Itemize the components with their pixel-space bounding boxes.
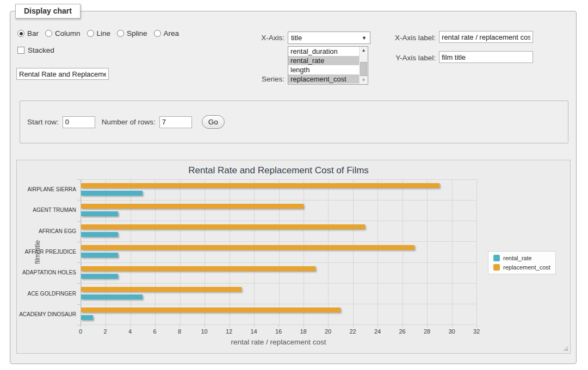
x-axis-tick [278, 325, 279, 327]
y-axis-tick [77, 221, 81, 222]
x-tick-label: 26 [392, 328, 413, 335]
chart-title-input[interactable] [16, 68, 109, 80]
scroll-up-icon[interactable]: ▲ [360, 47, 368, 54]
radio-selected-dot [20, 32, 23, 35]
category-band [81, 262, 476, 283]
series-option-rental_rate[interactable]: rental_rate [288, 56, 359, 65]
x-axis-tick [328, 325, 329, 327]
chart-type-radio-column[interactable]: Column [45, 29, 81, 37]
radio-icon[interactable] [117, 30, 124, 37]
chart-type-radio-bar[interactable]: Bar [17, 29, 39, 37]
x-axis-tick [452, 325, 453, 327]
x-axis-tick [403, 325, 403, 327]
bar-rental_rate[interactable] [81, 294, 143, 299]
go-button[interactable]: Go [202, 115, 225, 129]
category-label: AFRICAN EGG [17, 228, 76, 234]
category-band [81, 304, 476, 324]
bar-rental_rate[interactable] [81, 232, 118, 237]
y-axis-label-input[interactable] [439, 51, 533, 63]
category-label: ACE GOLDFINGER [17, 291, 76, 297]
x-axis-label-label: X-Axis label: [385, 34, 436, 42]
x-axis-tick [180, 325, 180, 327]
number-of-rows-input[interactable] [159, 116, 192, 128]
y-axis-tick [77, 200, 81, 200]
x-axis-tick [155, 325, 156, 327]
y-axis-tick [77, 304, 81, 305]
stacked-checkbox[interactable] [17, 47, 24, 54]
x-axis-select-label: X-Axis: [239, 34, 284, 42]
x-axis-tick [205, 325, 205, 327]
x-tick-label: 10 [194, 328, 215, 335]
legend-swatch-icon [493, 255, 500, 261]
series-label: Series: [239, 75, 284, 83]
chart-x-axis-title: rental rate / replacement cost [81, 338, 476, 346]
series-listbox-options: rental_durationrental_ratelengthreplacem… [288, 47, 359, 84]
bar-replacement_cost[interactable] [81, 224, 365, 229]
bar-replacement_cost[interactable] [81, 308, 341, 312]
x-tick-label: 18 [293, 328, 314, 335]
y-axis-tick [77, 283, 81, 284]
x-axis-select-value: title [291, 34, 302, 42]
legend-label: replacement_cost [503, 264, 550, 271]
series-option-length[interactable]: length [288, 65, 359, 74]
x-tick-label: 12 [218, 328, 240, 335]
bar-replacement_cost[interactable] [81, 183, 440, 188]
radio-icon[interactable] [45, 30, 52, 37]
x-axis-tick [427, 325, 428, 327]
chart-type-radio-group: BarColumnLineSplineArea [17, 29, 179, 37]
radio-icon[interactable] [87, 30, 94, 37]
chart-legend: rental_ratereplacement_cost [488, 251, 556, 274]
stacked-checkbox-row[interactable]: Stacked [17, 46, 54, 54]
scrollbar-thumb[interactable] [360, 62, 367, 76]
start-row-label: Start row: [27, 118, 59, 126]
legend-item-rental_rate[interactable]: rental_rate [493, 255, 550, 261]
radio-icon[interactable] [17, 30, 24, 37]
chart-type-radio-area[interactable]: Area [154, 29, 180, 37]
scroll-down-icon[interactable]: ▼ [360, 77, 368, 84]
bar-rental_rate[interactable] [81, 253, 118, 258]
series-option-replacement_cost[interactable]: replacement_cost [288, 74, 359, 84]
x-tick-label: 20 [317, 328, 339, 335]
chart-type-radio-spline[interactable]: Spline [117, 29, 147, 37]
bar-rental_rate[interactable] [81, 191, 143, 196]
radio-icon[interactable] [154, 30, 161, 37]
legend-item-replacement_cost[interactable]: replacement_cost [493, 264, 550, 271]
legend-label: rental_rate [503, 255, 532, 261]
category-label: AGENT TRUMAN [17, 207, 76, 213]
bar-rental_rate[interactable] [81, 315, 93, 320]
series-option-rental_duration[interactable]: rental_duration [288, 47, 359, 56]
series-listbox-scrollbar[interactable]: ▲ ▼ [359, 47, 368, 84]
bar-replacement_cost[interactable] [81, 245, 414, 250]
category-label: ADAPTATION HOLES [17, 269, 76, 275]
resize-handle-icon[interactable] [562, 345, 568, 351]
panel-title: Display chart [15, 4, 81, 18]
y-axis-tick [77, 262, 81, 263]
x-tick-label: 4 [119, 328, 141, 335]
bar-replacement_cost[interactable] [81, 204, 304, 209]
category-band [81, 283, 476, 304]
y-axis-tick [77, 242, 81, 242]
x-axis-select[interactable]: title ▼ [288, 32, 370, 44]
radio-label: Column [55, 29, 81, 37]
bar-replacement_cost[interactable] [81, 266, 315, 271]
category-label: AFFAIR PREJUDICE [17, 249, 76, 255]
chart-type-radio-line[interactable]: Line [87, 29, 111, 37]
category-band [81, 200, 476, 221]
x-tick-label: 16 [268, 328, 289, 335]
x-tick-label: 30 [441, 328, 463, 335]
gridline-vertical [476, 179, 477, 324]
series-listbox[interactable]: rental_durationrental_ratelengthreplacem… [288, 46, 368, 85]
chart-title: Rental Rate and Replacement Cost of Film… [81, 165, 476, 176]
x-axis-tick [377, 325, 378, 327]
bar-rental_rate[interactable] [81, 211, 118, 216]
plot-area [81, 179, 476, 325]
x-axis-tick [229, 325, 230, 327]
x-axis-tick [353, 325, 354, 327]
bar-rental_rate[interactable] [81, 274, 118, 279]
y-axis-label-label: Y-Axis label: [385, 54, 436, 62]
category-label: AIRPLANE SIERRA [17, 186, 76, 192]
x-tick-label: 24 [367, 328, 388, 335]
x-axis-label-input[interactable] [439, 31, 533, 43]
start-row-input[interactable] [63, 116, 95, 128]
bar-replacement_cost[interactable] [81, 287, 242, 292]
